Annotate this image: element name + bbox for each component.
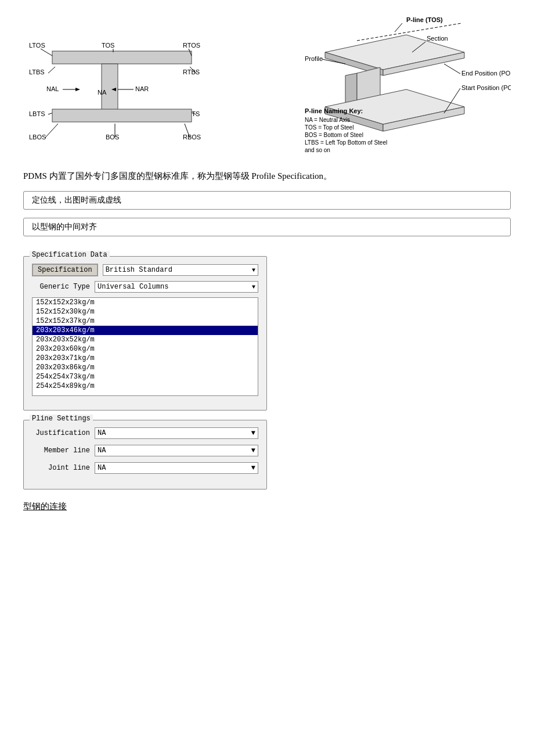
- joint-line-arrow: ▼: [251, 464, 255, 472]
- spec-panel: Specification Data Specification British…: [23, 256, 267, 411]
- list-item[interactable]: 152x152x37kg/m: [33, 316, 258, 326]
- svg-text:Start Position (POSS): Start Position (POSS): [461, 84, 511, 91]
- list-item[interactable]: 203x203x60kg/m: [33, 344, 258, 354]
- svg-text:BOS = Bottom of Steel: BOS = Bottom of Steel: [305, 132, 363, 138]
- intro-text: PDMS 内置了国外专门多国度的型钢标准库，称为型钢等级 Profile Spe…: [23, 171, 511, 182]
- member-line-value: NA: [98, 447, 106, 455]
- svg-text:TOS: TOS: [102, 42, 114, 49]
- svg-line-4: [41, 49, 52, 56]
- pline-row-member-line: Member line NA ▼: [32, 445, 258, 456]
- list-item[interactable]: 203x203x52kg/m: [33, 335, 258, 344]
- svg-text:TOS = Top of Steel: TOS = Top of Steel: [305, 124, 353, 131]
- svg-line-9: [48, 67, 55, 73]
- profile-diagram: P-line (TOS) Section Profile End Positio…: [255, 17, 511, 159]
- joint-line-label: Joint line: [32, 464, 90, 472]
- svg-text:Profile: Profile: [305, 55, 323, 62]
- list-item[interactable]: 152x152x30kg/m: [33, 307, 258, 316]
- justification-arrow: ▼: [251, 429, 255, 437]
- svg-line-40: [395, 23, 402, 32]
- svg-text:RTBS: RTBS: [183, 69, 200, 75]
- svg-text:RBOS: RBOS: [183, 134, 201, 141]
- svg-text:LTBS = Left Top Bottom of Stee: LTBS = Left Top Bottom of Steel: [305, 139, 387, 146]
- specification-button[interactable]: Specification: [32, 264, 98, 276]
- svg-line-27: [45, 124, 58, 138]
- svg-text:BOS: BOS: [106, 134, 119, 141]
- justification-value: NA: [98, 429, 106, 437]
- list-item[interactable]: 254x254x73kg/m: [33, 372, 258, 381]
- svg-text:P-line Naming Key:: P-line Naming Key:: [305, 107, 363, 114]
- svg-text:RTOS: RTOS: [183, 42, 200, 49]
- joint-line-dropdown[interactable]: NA ▼: [95, 462, 258, 474]
- ibeam-diagram: LTOS TOS RTOS LTBS RTBS NAL NA NAR: [23, 17, 232, 159]
- member-line-dropdown[interactable]: NA ▼: [95, 445, 258, 456]
- specification-dropdown-arrow: ▼: [252, 267, 255, 273]
- list-item[interactable]: 152x152x23kg/m: [33, 298, 258, 307]
- spec-row-generic-type: Generic Type Universal Columns ▼: [32, 281, 258, 293]
- svg-text:NA: NA: [98, 89, 107, 96]
- generic-type-label: Generic Type: [32, 283, 90, 291]
- list-item[interactable]: 203x203x46kg/m: [33, 326, 258, 335]
- spec-row-specification: Specification British Standard ▼: [32, 264, 258, 276]
- diagram-area: LTOS TOS RTOS LTBS RTBS NAL NA NAR: [23, 17, 511, 159]
- generic-type-dropdown[interactable]: Universal Columns ▼: [95, 281, 258, 293]
- svg-text:LTOS: LTOS: [29, 42, 45, 49]
- pline-row-joint-line: Joint line NA ▼: [32, 462, 258, 474]
- specification-dropdown-value: British Standard: [106, 266, 172, 274]
- justification-label: Justification: [32, 429, 90, 437]
- generic-type-dropdown-value: Universal Columns: [98, 283, 168, 291]
- pline-panel: Pline Settings Justification NA ▼ Member…: [23, 420, 267, 489]
- svg-text:Section: Section: [427, 35, 448, 42]
- svg-rect-23: [52, 109, 192, 122]
- svg-rect-3: [52, 51, 192, 64]
- svg-text:P-line (TOS): P-line (TOS): [406, 17, 443, 23]
- svg-text:NA = Neutral Axis: NA = Neutral Axis: [305, 117, 350, 123]
- svg-text:and so on: and so on: [305, 147, 330, 153]
- svg-text:LBOS: LBOS: [29, 134, 46, 141]
- svg-text:LBTS: LBTS: [29, 110, 45, 117]
- callout-box-2: 以型钢的中间对齐: [23, 218, 511, 236]
- specification-dropdown[interactable]: British Standard ▼: [103, 264, 258, 276]
- svg-text:LTBS: LTBS: [29, 69, 45, 75]
- list-item[interactable]: 203x203x71kg/m: [33, 354, 258, 363]
- profile-listbox[interactable]: 152x152x23kg/m152x152x30kg/m152x152x37kg…: [32, 297, 258, 396]
- pline-row-justification: Justification NA ▼: [32, 427, 258, 439]
- bottom-text: 型钢的连接: [23, 501, 511, 512]
- svg-line-46: [444, 64, 460, 74]
- callout-box-1: 定位线，出图时画成虚线: [23, 191, 511, 210]
- svg-rect-11: [102, 64, 118, 110]
- member-line-arrow: ▼: [251, 447, 255, 455]
- generic-type-dropdown-arrow: ▼: [252, 284, 255, 290]
- joint-line-value: NA: [98, 464, 106, 472]
- list-item[interactable]: 254x254x89kg/m: [33, 381, 258, 391]
- pline-panel-title: Pline Settings: [30, 415, 93, 423]
- svg-text:End Position (POSE): End Position (POSE): [461, 70, 511, 77]
- svg-text:NAR: NAR: [135, 85, 149, 92]
- list-item[interactable]: 203x203x86kg/m: [33, 363, 258, 372]
- svg-marker-17: [75, 88, 80, 91]
- spec-panel-title: Specification Data: [30, 251, 110, 259]
- member-line-label: Member line: [32, 447, 90, 455]
- justification-dropdown[interactable]: NA ▼: [95, 427, 258, 439]
- svg-text:NAL: NAL: [46, 85, 59, 92]
